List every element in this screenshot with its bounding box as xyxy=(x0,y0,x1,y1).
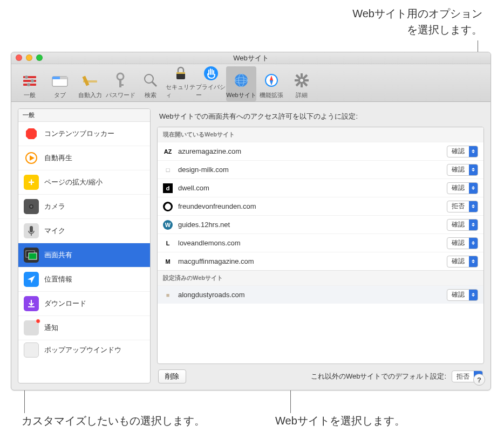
remove-button[interactable]: 削除 xyxy=(158,369,186,383)
toolbar-label: Webサイト xyxy=(226,91,256,99)
notification-icon xyxy=(24,320,39,335)
favicon-icon: M xyxy=(163,257,173,266)
autofill-icon xyxy=(81,72,99,89)
location-icon xyxy=(24,272,39,287)
toolbar-search[interactable]: 検索 xyxy=(135,66,166,101)
sidebar-item-camera[interactable]: カメラ xyxy=(18,195,150,219)
sidebar-item-zoom[interactable]: + ページの拡大/縮小 xyxy=(18,170,150,195)
svg-rect-17 xyxy=(176,72,185,74)
site-row[interactable]: Mmacguffinmagazine.com確認 xyxy=(158,252,483,270)
sidebar-label: 自動再生 xyxy=(44,153,72,163)
site-name: freundevonfreunden.com xyxy=(178,202,441,210)
site-row[interactable]: ddwell.com確認 xyxy=(158,179,483,197)
zoom-icon: + xyxy=(24,175,39,190)
site-row[interactable]: Wguides.12hrs.net確認 xyxy=(158,215,483,234)
site-row[interactable]: □design-milk.com確認 xyxy=(158,160,483,179)
sidebar-label: ポップアップウインドウ xyxy=(44,345,121,355)
sidebar-item-popups[interactable]: ポップアップウインドウ xyxy=(18,340,150,360)
annotation-top: Webサイト用のオプション を選択します。 xyxy=(352,5,482,38)
site-name: loveandlemons.com xyxy=(178,239,441,247)
content-footer: 削除 これ以外のWebサイトでのデフォルト設定: 拒否 xyxy=(157,364,484,383)
svg-point-36 xyxy=(30,205,32,208)
toolbar-extensions[interactable]: 機能拡張 xyxy=(256,66,287,101)
toolbar-privacy[interactable]: プライバシー xyxy=(196,66,226,101)
sidebar-item-microphone[interactable]: マイク xyxy=(18,219,150,243)
svg-point-5 xyxy=(27,83,30,86)
annotation-bottom-right: Webサイトを選択します。 xyxy=(275,414,405,428)
favicon-icon: AZ xyxy=(163,147,173,156)
sidebar-item-downloads[interactable]: ダウンロード xyxy=(18,292,150,316)
chevron-updown-icon xyxy=(469,220,478,230)
window-title: Webサイト xyxy=(233,53,269,63)
chevron-updown-icon xyxy=(469,290,478,300)
zoom-icon[interactable] xyxy=(36,54,43,61)
svg-point-14 xyxy=(145,74,153,83)
dropdown-value: 確認 xyxy=(447,257,469,266)
sidebar: 一般 コンテンツブロッカー 自動再生 + ページの拡大/縮小 カメラ マイク xyxy=(18,108,151,383)
toolbar-advanced[interactable]: 詳細 xyxy=(287,66,317,101)
sidebar-item-screen-sharing[interactable]: 画面共有 xyxy=(18,243,150,267)
svg-line-15 xyxy=(152,82,156,86)
site-permission-dropdown[interactable]: 確認 xyxy=(447,182,478,194)
traffic-lights xyxy=(16,54,43,61)
toolbar-websites[interactable]: Webサイト xyxy=(226,66,256,101)
help-button[interactable]: ? xyxy=(473,374,485,386)
sidebar-item-autoplay[interactable]: 自動再生 xyxy=(18,146,150,170)
site-row[interactable]: ■alongdustyroads.com確認 xyxy=(158,285,483,304)
toolbar-autofill[interactable]: 自動入力 xyxy=(75,66,105,101)
toolbar-passwords[interactable]: パスワード xyxy=(105,66,135,101)
svg-marker-41 xyxy=(28,276,35,283)
play-icon xyxy=(24,150,39,166)
preferences-window: Webサイト 一般 タブ 自動入力 パスワード xyxy=(11,52,491,390)
chevron-updown-icon xyxy=(469,146,478,157)
toolbar-tabs[interactable]: タブ xyxy=(45,66,75,101)
section-configured-header: 設定済みのWebサイト xyxy=(158,270,483,285)
toolbar-security[interactable]: セキュリティ xyxy=(166,66,196,101)
site-row[interactable]: ⬤freundevonfreunden.com拒否 xyxy=(158,197,483,215)
site-permission-dropdown[interactable]: 確認 xyxy=(447,237,478,249)
sidebar-label: ページの拡大/縮小 xyxy=(44,177,103,187)
sidebar-item-content-blockers[interactable]: コンテンツブロッカー xyxy=(18,122,150,146)
dropdown-value: 拒否 xyxy=(452,372,474,381)
sidebar-label: カメラ xyxy=(44,202,65,211)
site-name: design-milk.com xyxy=(178,166,441,174)
sidebar-item-notifications[interactable]: 通知 xyxy=(18,316,150,340)
site-row[interactable]: Lloveandlemons.com確認 xyxy=(158,234,483,252)
favicon-icon: □ xyxy=(163,165,173,175)
site-row[interactable]: AZazuremagazine.com確認 xyxy=(158,142,483,160)
site-permission-dropdown[interactable]: 確認 xyxy=(447,146,478,157)
site-permission-dropdown[interactable]: 確認 xyxy=(447,219,478,231)
minimize-icon[interactable] xyxy=(26,54,32,61)
sidebar-item-location[interactable]: 位置情報 xyxy=(18,267,150,292)
screen-share-icon xyxy=(24,248,39,263)
dropdown-value: 確認 xyxy=(447,220,469,229)
sidebar-header: 一般 xyxy=(18,109,150,122)
close-icon[interactable] xyxy=(16,54,22,61)
chevron-updown-icon xyxy=(469,201,478,212)
svg-marker-31 xyxy=(26,128,37,139)
site-permission-dropdown[interactable]: 確認 xyxy=(447,256,478,267)
toolbar-label: セキュリティ xyxy=(166,83,196,99)
titlebar: Webサイト xyxy=(11,52,491,64)
svg-marker-33 xyxy=(30,155,35,161)
toolbar-label: タブ xyxy=(54,91,66,99)
site-permission-dropdown[interactable]: 拒否 xyxy=(447,201,478,212)
chevron-updown-icon xyxy=(469,256,478,267)
site-permission-dropdown[interactable]: 確認 xyxy=(447,164,478,176)
key-icon xyxy=(112,72,129,89)
sidebar-label: 画面共有 xyxy=(44,250,72,260)
sidebar-label: 通知 xyxy=(44,323,58,333)
search-icon xyxy=(142,72,159,89)
site-name: alongdustyroads.com xyxy=(178,291,441,299)
site-list-panel: 現在開いているWebサイト AZazuremagazine.com確認□desi… xyxy=(157,127,484,364)
callout-line xyxy=(24,388,25,413)
toolbar-general[interactable]: 一般 xyxy=(15,66,45,101)
compass-icon xyxy=(263,72,280,89)
sidebar-label: ダウンロード xyxy=(44,299,86,308)
stop-icon xyxy=(24,126,39,141)
chevron-updown-icon xyxy=(469,183,478,194)
gear-icon xyxy=(293,72,310,89)
site-permission-dropdown[interactable]: 確認 xyxy=(447,289,478,301)
favicon-icon: ■ xyxy=(163,290,173,300)
camera-icon xyxy=(24,199,39,214)
